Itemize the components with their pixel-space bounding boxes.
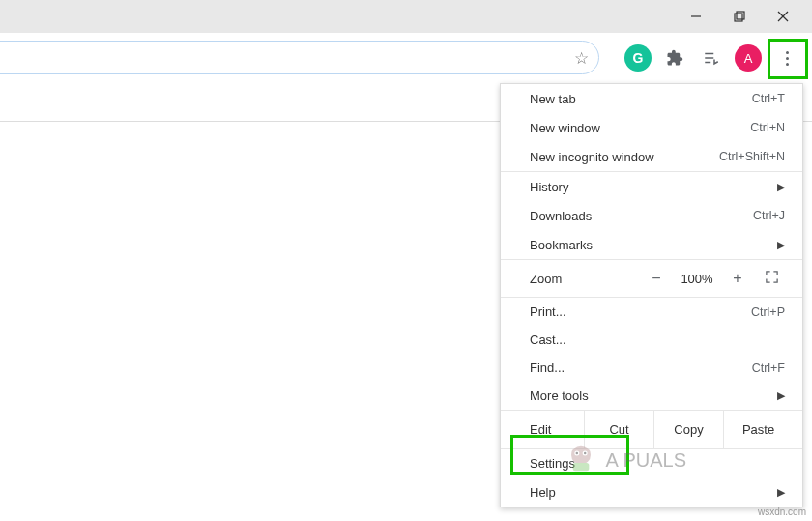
address-bar[interactable]: ☆ [0, 41, 599, 74]
shortcut-text: Ctrl+N [750, 121, 785, 134]
bookmark-star-icon[interactable]: ☆ [574, 47, 589, 68]
window-titlebar [0, 0, 812, 33]
svg-point-12 [584, 452, 587, 455]
extensions-icon[interactable] [661, 44, 688, 72]
minimize-button[interactable] [674, 2, 717, 31]
menu-more-tools[interactable]: More tools ▶ [501, 382, 802, 410]
menu-label: History [530, 180, 777, 194]
menu-label: Help [530, 485, 777, 500]
zoom-value: 100% [671, 272, 723, 286]
reading-list-icon[interactable] [698, 44, 725, 72]
menu-label: Edit [530, 422, 584, 437]
zoom-in-button[interactable]: + [723, 270, 752, 287]
menu-downloads[interactable]: Downloads Ctrl+J [501, 201, 802, 230]
menu-new-tab[interactable]: New tab Ctrl+T [501, 84, 802, 113]
fullscreen-button[interactable] [752, 270, 791, 287]
menu-label: More tools [530, 389, 777, 403]
chevron-right-icon: ▶ [777, 390, 785, 402]
mascot-icon [562, 439, 600, 482]
menu-new-incognito[interactable]: New incognito window Ctrl+Shift+N [501, 142, 802, 171]
grammarly-extension-icon[interactable]: G [624, 44, 652, 72]
menu-label: Downloads [530, 209, 753, 223]
menu-button[interactable] [771, 43, 802, 73]
watermark-text: A PUALS [606, 449, 686, 472]
shortcut-text: Ctrl+P [751, 305, 785, 319]
shortcut-text: Ctrl+T [752, 92, 785, 105]
menu-label: New window [530, 121, 750, 135]
menu-history[interactable]: History ▶ [501, 172, 802, 201]
menu-zoom: Zoom − 100% + [501, 260, 802, 297]
menu-find[interactable]: Find... Ctrl+F [501, 354, 802, 382]
shortcut-text: Ctrl+F [752, 362, 785, 375]
svg-rect-13 [572, 463, 589, 471]
svg-rect-1 [735, 14, 742, 21]
watermark: A PUALS [562, 439, 686, 482]
svg-point-8 [571, 446, 591, 465]
menu-label: Cast... [530, 333, 785, 347]
menu-print[interactable]: Print... Ctrl+P [501, 298, 802, 326]
restore-button[interactable] [717, 2, 761, 31]
chevron-right-icon: ▶ [777, 181, 785, 193]
edit-paste-button[interactable]: Paste [723, 411, 793, 448]
menu-label: Zoom [530, 272, 642, 286]
footer-url: wsxdn.com [758, 507, 806, 517]
close-button[interactable] [761, 2, 804, 31]
zoom-out-button[interactable]: − [642, 270, 671, 287]
fullscreen-icon [765, 270, 779, 284]
svg-rect-2 [737, 12, 744, 19]
shortcut-text: Ctrl+Shift+N [719, 150, 785, 163]
menu-label: Print... [530, 304, 751, 319]
chevron-right-icon: ▶ [777, 239, 785, 251]
browser-toolbar: ☆ G A [0, 37, 812, 79]
menu-label: New incognito window [530, 150, 719, 164]
menu-label: Find... [530, 361, 752, 375]
menu-label: New tab [530, 92, 752, 106]
shortcut-text: Ctrl+J [753, 209, 785, 222]
profile-avatar[interactable]: A [735, 44, 762, 72]
svg-point-11 [575, 452, 578, 455]
menu-bookmarks[interactable]: Bookmarks ▶ [501, 230, 802, 259]
chevron-right-icon: ▶ [777, 486, 785, 499]
menu-new-window[interactable]: New window Ctrl+N [501, 113, 802, 142]
menu-label: Bookmarks [530, 238, 777, 252]
menu-cast[interactable]: Cast... [501, 326, 802, 354]
